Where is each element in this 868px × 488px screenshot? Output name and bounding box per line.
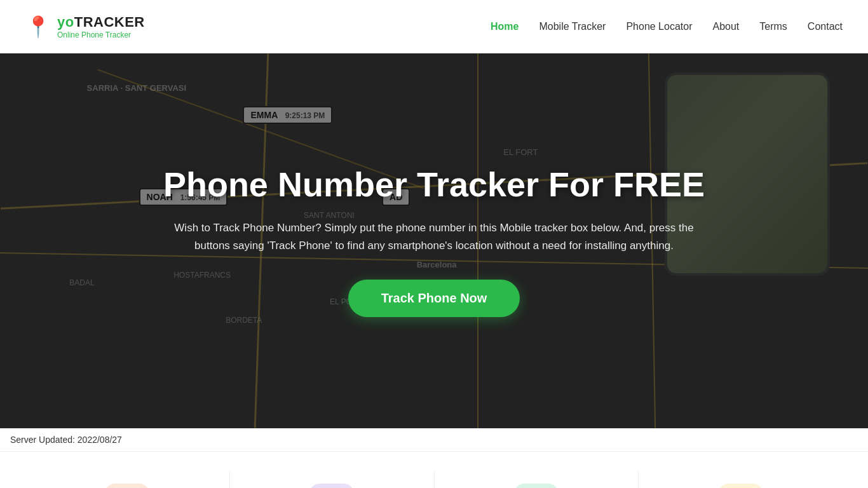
track-phone-button[interactable]: Track Phone Now [348,280,520,317]
brand-name: yoTRACKER [57,14,145,30]
brand-tagline: Online Phone Tracker [57,30,145,39]
nav-item-terms[interactable]: Terms [759,21,787,32]
feature-icon-2: 👤 [309,484,354,488]
nav-links: Home Mobile Tracker Phone Locator About … [491,21,843,32]
nav-link-terms[interactable]: Terms [759,21,787,32]
nav-item-phone-locator[interactable]: Phone Locator [626,21,692,32]
hero-description: Wish to Track Phone Number? Simply put t… [173,219,695,254]
nav-item-mobile-tracker[interactable]: Mobile Tracker [539,21,606,32]
nav-item-contact[interactable]: Contact [808,21,843,32]
server-updated-text: Server Updated: 2022/08/27 [10,435,122,445]
nav-link-contact[interactable]: Contact [808,21,843,32]
server-updated-bar: Server Updated: 2022/08/27 [0,428,868,452]
logo-text: yoTRACKER Online Phone Tracker [57,14,145,39]
feature-icon-1: 🏠 [105,484,149,488]
nav-link-mobile-tracker[interactable]: Mobile Tracker [539,21,606,32]
nav-item-about[interactable]: About [712,21,739,32]
hero-title: Phone Number Tracker For FREE [163,165,705,204]
hero-section: SARRIA · SANT GERVASI EL FORT BADAL HOST… [0,53,868,428]
logo[interactable]: 📍 yoTRACKER Online Phone Tracker [25,14,145,39]
hero-content: Phone Number Tracker For FREE Wish to Tr… [151,165,717,316]
navbar: 📍 yoTRACKER Online Phone Tracker Home Mo… [0,0,868,53]
feature-card-3: 📍 [435,471,639,488]
logo-icon: 📍 [25,17,51,37]
feature-card-1: 🏠 [25,471,230,488]
feature-card-4: 🔔 [639,471,843,488]
nav-link-about[interactable]: About [712,21,739,32]
feature-icon-3: 📍 [514,484,559,488]
feature-icon-4: 🔔 [719,484,763,488]
nav-item-home[interactable]: Home [491,21,519,32]
feature-card-2: 👤 [230,471,435,488]
nav-link-phone-locator[interactable]: Phone Locator [626,21,692,32]
features-section: 🏠 👤 📍 🔔 [0,452,868,488]
nav-link-home[interactable]: Home [491,21,519,32]
